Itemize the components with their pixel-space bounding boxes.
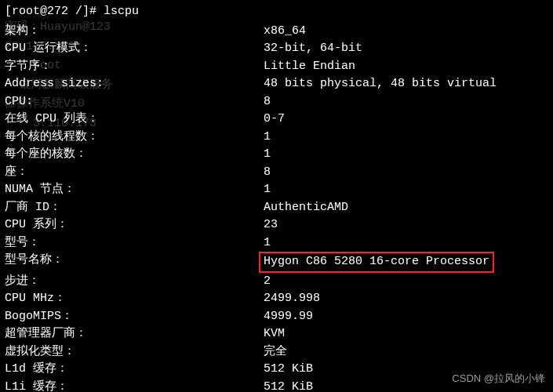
row-label: CPU 系列： [5, 216, 264, 234]
row-value: 0-7 [264, 111, 548, 129]
row-label: 每个核的线程数： [5, 129, 264, 147]
watermark: CSDN @拉风的小锋 [452, 371, 545, 387]
output-row: 每个座的核数：1 [5, 146, 548, 164]
output-row: CPU MHz：2499.998 [5, 290, 548, 308]
row-label: 每个座的核数： [5, 146, 264, 164]
row-value: 32-bit, 64-bit [264, 40, 548, 58]
output-row: 在线 CPU 列表：0-7 [5, 111, 548, 129]
row-value: 4999.99 [264, 308, 548, 326]
row-label: NUMA 节点： [5, 181, 264, 199]
row-label: BogoMIPS： [5, 308, 264, 326]
output-row: 厂商 ID：AuthenticAMD [5, 199, 548, 217]
row-value: 1 [264, 129, 548, 147]
row-value: 2 [264, 273, 548, 291]
row-label: L1i 缓存： [5, 379, 264, 393]
row-value: Little Endian [264, 58, 548, 76]
row-value: Hygon C86 5280 16-core Processor [264, 252, 548, 273]
row-value: 8 [264, 93, 548, 111]
row-value: 1 [264, 146, 548, 164]
highlighted-value: Hygon C86 5280 16-core Processor [259, 252, 494, 273]
output-row: CPU 系列：23 [5, 216, 548, 234]
row-label: 步进： [5, 273, 264, 291]
row-value: 2499.998 [264, 290, 548, 308]
output-row: Address sizes:48 bits physical, 48 bits … [5, 75, 548, 93]
row-label: 型号名称： [5, 252, 264, 273]
row-label: 在线 CPU 列表： [5, 111, 264, 129]
output-row: 字节序：Little Endian [5, 58, 548, 76]
row-label: 虚拟化类型： [5, 343, 264, 361]
output-row: 座：8 [5, 164, 548, 182]
row-label: 厂商 ID： [5, 199, 264, 217]
row-label: Address sizes: [5, 75, 264, 93]
row-label: L1d 缓存： [5, 361, 264, 379]
row-label: 字节序： [5, 58, 264, 76]
row-value: AuthenticAMD [264, 199, 548, 217]
row-value: 23 [264, 216, 548, 234]
output-row: CPU 运行模式：32-bit, 64-bit [5, 40, 548, 58]
output-row: 步进：2 [5, 273, 548, 291]
output-row: 每个核的线程数：1 [5, 129, 548, 147]
output-row: 虚拟化类型：完全 [5, 343, 548, 361]
output-row: CPU:8 [5, 93, 548, 111]
row-label: 型号： [5, 234, 264, 252]
row-value: 8 [264, 164, 548, 182]
row-value: 1 [264, 234, 548, 252]
output-row: 型号名称：Hygon C86 5280 16-core Processor [5, 252, 548, 273]
row-label: 座： [5, 164, 264, 182]
row-value: KVM [264, 325, 548, 343]
shell-prompt: [root@272 /]# lscpu [5, 3, 548, 21]
row-value: 48 bits physical, 48 bits virtual [264, 75, 548, 93]
output-row: BogoMIPS：4999.99 [5, 308, 548, 326]
row-value: x86_64 [264, 23, 548, 41]
output-row: 型号：1 [5, 234, 548, 252]
row-label: 架构： [5, 23, 264, 41]
row-label: 超管理器厂商： [5, 325, 264, 343]
row-label: CPU MHz： [5, 290, 264, 308]
output-row: 架构：x86_64 [5, 23, 548, 41]
row-value: 1 [264, 181, 548, 199]
output-row: NUMA 节点：1 [5, 181, 548, 199]
row-label: CPU: [5, 93, 264, 111]
output-row: 超管理器厂商：KVM [5, 325, 548, 343]
row-value: 完全 [264, 343, 548, 361]
lscpu-output: 架构：x86_64CPU 运行模式：32-bit, 64-bit字节序：Litt… [5, 23, 548, 393]
row-label: CPU 运行模式： [5, 40, 264, 58]
